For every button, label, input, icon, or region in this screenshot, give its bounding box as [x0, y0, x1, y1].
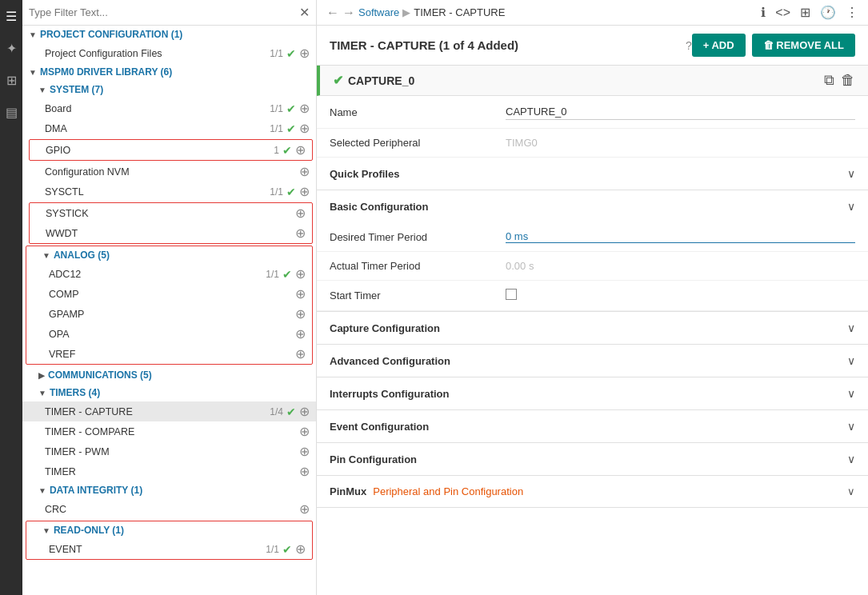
- sidebar-item-systick[interactable]: SYSTICK ⊕: [30, 203, 312, 223]
- check-icon: ✔: [286, 47, 296, 60]
- pin-config-header[interactable]: Pin Configuration ∨: [317, 443, 868, 475]
- add-timer-capture-btn[interactable]: ⊕: [299, 404, 310, 419]
- add-vref-btn[interactable]: ⊕: [295, 346, 306, 361]
- breadcrumb-software[interactable]: Software: [358, 6, 399, 18]
- content-header: TIMER - CAPTURE (1 of 4 Added) ? + ADD 🗑…: [317, 26, 868, 66]
- basic-config-header[interactable]: Basic Configuration ∨: [317, 190, 868, 222]
- add-dma-btn[interactable]: ⊕: [299, 121, 310, 136]
- delete-icon[interactable]: 🗑: [841, 72, 855, 89]
- sidebar-item-wwdt[interactable]: WWDT ⊕: [30, 223, 312, 243]
- pinmux-subtitle: Peripheral and Pin Configuration: [373, 485, 523, 497]
- sidebar-item-config-nvm[interactable]: Configuration NVM ⊕: [22, 162, 316, 182]
- read-only-header[interactable]: ▼ READ-ONLY (1): [26, 521, 312, 539]
- back-btn[interactable]: ←: [326, 6, 339, 20]
- mspm0-driver-header[interactable]: ▼ MSPM0 DRIVER LIBRARY (6): [22, 63, 316, 81]
- add-adc12-btn[interactable]: ⊕: [295, 266, 306, 282]
- event-config-header[interactable]: Event Configuration ∨: [317, 410, 868, 442]
- add-timer-btn[interactable]: ⊕: [299, 464, 310, 479]
- sidebar-item-timer-pwm[interactable]: TIMER - PWM ⊕: [22, 441, 316, 461]
- check-icon: ✔: [282, 543, 292, 556]
- sidebar-header: ✕: [22, 0, 316, 26]
- add-button[interactable]: + ADD: [692, 34, 746, 57]
- add-config-nvm-btn[interactable]: ⊕: [299, 164, 310, 179]
- sidebar-item-comp[interactable]: COMP ⊕: [26, 284, 312, 304]
- add-gpio-btn[interactable]: ⊕: [295, 142, 306, 158]
- add-event-btn[interactable]: ⊕: [295, 541, 306, 557]
- peripheral-label: Selected Peripheral: [330, 137, 506, 149]
- event-config-chevron: ∨: [847, 420, 855, 433]
- sidebar-item-dma[interactable]: DMA 1/1 ✔ ⊕: [22, 118, 316, 138]
- desired-timer-value[interactable]: 0 ms: [506, 230, 855, 243]
- data-integrity-header[interactable]: ▼ DATA INTEGRITY (1): [22, 481, 316, 499]
- pinmux-title: PinMux: [330, 485, 366, 497]
- add-sysctl-btn[interactable]: ⊕: [299, 184, 310, 199]
- timers-header[interactable]: ▼ TIMERS (4): [22, 384, 316, 401]
- advanced-config-chevron: ∨: [847, 354, 855, 367]
- history-icon[interactable]: 🕐: [820, 5, 836, 20]
- sidebar-item-project-config-files[interactable]: Project Configuration Files 1/1 ✔ ⊕: [22, 43, 316, 63]
- name-value: [506, 104, 855, 120]
- more-icon[interactable]: ⋮: [846, 5, 858, 20]
- name-label: Name: [330, 106, 506, 118]
- info-icon[interactable]: ℹ: [761, 5, 766, 20]
- analog-red-border: ▼ ANALOG (5) ADC12 1/1 ✔ ⊕ COMP ⊕ GPAMP …: [26, 246, 313, 365]
- grid-icon[interactable]: ⊞: [2, 70, 21, 90]
- add-timer-compare-btn[interactable]: ⊕: [299, 424, 310, 439]
- forward-btn[interactable]: →: [342, 6, 355, 20]
- sidebar-item-sysctl[interactable]: SYSCTL 1/1 ✔ ⊕: [22, 182, 316, 202]
- sidebar-item-timer-capture[interactable]: TIMER - CAPTURE 1/4 ✔ ⊕: [22, 401, 316, 421]
- add-systick-btn[interactable]: ⊕: [295, 206, 306, 221]
- check-icon: ✔: [282, 268, 292, 281]
- topbar: ← → Software ▶ TIMER - CAPTURE ℹ <> ⊞ 🕐 …: [317, 0, 868, 26]
- add-project-config-btn[interactable]: ⊕: [299, 46, 310, 61]
- check-icon: ✔: [282, 144, 292, 157]
- name-input[interactable]: [506, 104, 855, 120]
- add-gpamp-btn[interactable]: ⊕: [295, 306, 306, 321]
- add-comp-btn[interactable]: ⊕: [295, 286, 306, 301]
- copy-icon[interactable]: ⧉: [824, 72, 834, 89]
- close-icon[interactable]: ✕: [299, 5, 310, 20]
- sidebar-item-board[interactable]: Board 1/1 ✔ ⊕: [22, 98, 316, 118]
- section-project-config: ▼ PROJECT CONFIGURATION (1) Project Conf…: [22, 26, 316, 63]
- list-icon[interactable]: ▤: [2, 102, 21, 122]
- sidebar-item-event[interactable]: EVENT 1/1 ✔ ⊕: [26, 539, 312, 559]
- interrupts-config-title: Interrupts Configuration: [330, 388, 847, 400]
- project-config-header[interactable]: ▼ PROJECT CONFIGURATION (1): [22, 26, 316, 43]
- communications-header[interactable]: ▶ COMMUNICATIONS (5): [22, 366, 316, 384]
- settings-icon[interactable]: ⊞: [800, 5, 810, 20]
- components-icon[interactable]: ✦: [2, 38, 21, 58]
- sidebar-item-opa[interactable]: OPA ⊕: [26, 324, 312, 344]
- advanced-config-header[interactable]: Advanced Configuration ∨: [317, 345, 868, 377]
- filter-input[interactable]: [29, 6, 294, 18]
- basic-config-section: Basic Configuration ∨ Desired Timer Peri…: [317, 190, 868, 312]
- help-icon[interactable]: ?: [686, 39, 692, 52]
- interrupts-config-header[interactable]: Interrupts Configuration ∨: [317, 377, 868, 409]
- advanced-config-section: Advanced Configuration ∨: [317, 345, 868, 377]
- event-config-title: Event Configuration: [330, 421, 847, 433]
- add-timer-pwm-btn[interactable]: ⊕: [299, 444, 310, 459]
- check-icon: ✔: [286, 186, 296, 198]
- menu-icon[interactable]: ☰: [2, 6, 21, 26]
- add-board-btn[interactable]: ⊕: [299, 101, 310, 116]
- start-timer-checkbox[interactable]: [506, 289, 517, 300]
- code-icon[interactable]: <>: [775, 6, 790, 20]
- remove-all-button[interactable]: 🗑 REMOVE ALL: [752, 34, 855, 57]
- sidebar-item-gpio[interactable]: GPIO 1 ✔ ⊕: [30, 140, 312, 160]
- pinmux-row[interactable]: PinMux Peripheral and Pin Configuration …: [317, 476, 868, 508]
- sidebar-item-crc[interactable]: CRC ⊕: [22, 499, 316, 519]
- capture-config-chevron: ∨: [847, 321, 855, 334]
- sidebar-item-gpamp[interactable]: GPAMP ⊕: [26, 304, 312, 324]
- basic-config-chevron: ∨: [847, 200, 855, 213]
- analog-header[interactable]: ▼ ANALOG (5): [26, 246, 312, 264]
- sidebar-item-timer-compare[interactable]: TIMER - COMPARE ⊕: [22, 421, 316, 441]
- add-opa-btn[interactable]: ⊕: [295, 326, 306, 341]
- sidebar-item-timer[interactable]: TIMER ⊕: [22, 461, 316, 481]
- capture-config-header[interactable]: Capture Configuration ∨: [317, 312, 868, 344]
- sidebar-item-vref[interactable]: VREF ⊕: [26, 344, 312, 364]
- system-header[interactable]: ▼ SYSTEM (7): [22, 81, 316, 98]
- add-crc-btn[interactable]: ⊕: [299, 501, 310, 517]
- start-timer-row: Start Timer: [317, 281, 868, 311]
- quick-profiles-header[interactable]: Quick Profiles ∨: [317, 158, 868, 190]
- sidebar-item-adc12[interactable]: ADC12 1/1 ✔ ⊕: [26, 264, 312, 284]
- add-wwdt-btn[interactable]: ⊕: [295, 226, 306, 241]
